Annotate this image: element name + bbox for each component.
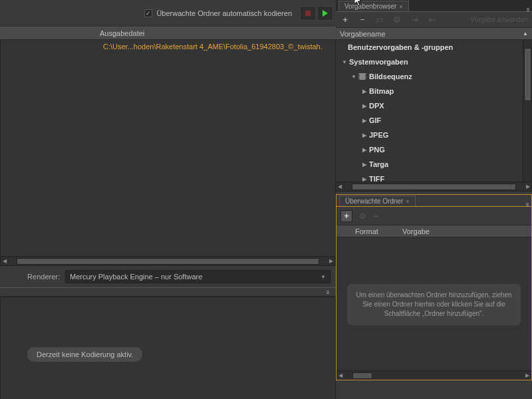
output-path-link[interactable]: C:\User...hoden\Raketenstart 4_AME\Fotol… (103, 43, 329, 51)
close-icon[interactable]: × (399, 3, 402, 10)
preset-toolbar: + − ▭ ⚙ ⇥ ⇤ Vorgabe anwenden (336, 12, 532, 28)
drop-hint-text: Um einen überwachten Ordner hinzuzufügen… (347, 284, 521, 325)
tree-label: Bildsequenz (369, 72, 412, 80)
twisty-down-icon: ▼ (350, 74, 357, 80)
queue-column-header[interactable]: Ausgabedatei (0, 27, 336, 40)
tree-label: Systemvorgaben (349, 58, 408, 66)
tree-group-bildsequenz[interactable]: ▼ Bildsequenz (336, 69, 532, 84)
preset-list-header[interactable]: Vorgabename ▲ (336, 28, 532, 40)
sort-up-icon: ▲ (523, 31, 528, 37)
scroll-thumb[interactable] (524, 48, 531, 101)
panel-menu-icon[interactable] (324, 291, 332, 294)
watched-tab-row: Überwachte Ordner × (336, 195, 531, 207)
tab-label: Vorgabenbrowser (344, 3, 396, 10)
tree-label: JPEG (369, 131, 388, 139)
encode-queue-panel: ✓ Überwachte Ordner automatisch kodieren… (0, 0, 336, 399)
watched-folders-panel: Überwachte Ordner × + ⚙ − Format Vorgabe… (336, 194, 532, 380)
queue-list[interactable]: C:\User...hoden\Raketenstart 4_AME\Fotol… (0, 40, 336, 266)
tree-label: Bitmap (369, 87, 394, 95)
preset-tab-row: Vorgabenbrowser × (336, 0, 532, 12)
scroll-left-icon[interactable]: ◀ (1, 257, 9, 265)
twisty-right-icon: ▶ (361, 118, 368, 124)
twisty-right-icon: ▶ (361, 88, 368, 94)
tree-item[interactable]: ▶PNG (336, 142, 532, 157)
tree-item[interactable]: ▶Bitmap (336, 84, 532, 98)
play-icon (323, 10, 328, 17)
settings-preset-icon[interactable]: ⚙ (392, 15, 402, 25)
col-format: Format (336, 227, 400, 235)
tree-group-system[interactable]: ▼ Systemvorgaben (336, 55, 532, 69)
scroll-thumb[interactable] (352, 372, 372, 379)
queue-h-scrollbar[interactable]: ◀ ▶ (1, 256, 335, 265)
folder-preset-icon[interactable]: ▭ (374, 15, 385, 25)
watched-h-scrollbar[interactable]: ◀ ▶ (336, 370, 531, 380)
play-button[interactable] (319, 7, 332, 19)
queue-top-bar: ✓ Überwachte Ordner automatisch kodieren (0, 0, 336, 27)
watched-columns-header[interactable]: Format Vorgabe (336, 225, 531, 237)
import-preset-icon[interactable]: ⇥ (409, 15, 420, 25)
auto-encode-label: Überwachte Ordner automatisch kodieren (156, 9, 292, 17)
film-icon (358, 73, 366, 80)
queue-row[interactable]: C:\User...hoden\Raketenstart 4_AME\Fotol… (1, 40, 335, 53)
add-preset-button[interactable]: + (340, 15, 350, 25)
tree-label: PNG (369, 146, 385, 154)
tree-item[interactable]: ▶DPX (336, 98, 532, 113)
tree-h-scrollbar[interactable]: ◀ ▶ (336, 182, 532, 191)
auto-encode-toggle[interactable]: ✓ Überwachte Ordner automatisch kodieren (144, 9, 292, 17)
add-folder-button[interactable]: + (340, 210, 352, 222)
preset-name-column: Vorgabename (340, 30, 386, 38)
renderer-label: Renderer: (5, 273, 60, 281)
status-header (0, 287, 336, 297)
scroll-right-icon[interactable]: ▶ (327, 257, 335, 265)
tree-v-scrollbar[interactable] (523, 40, 532, 182)
twisty-right-icon: ▶ (361, 103, 368, 109)
panel-menu-icon[interactable] (524, 8, 532, 11)
tree-group-user[interactable]: Benutzervorgaben & -gruppen (336, 40, 532, 55)
preset-tree[interactable]: Benutzervorgaben & -gruppen ▼ Systemvorg… (336, 40, 532, 192)
tree-label: Targa (369, 160, 388, 168)
twisty-right-icon: ▶ (361, 147, 368, 153)
watched-drop-area[interactable]: Um einen überwachten Ordner hinzuzufügen… (336, 237, 531, 380)
twisty-right-icon: ▶ (361, 132, 368, 138)
scroll-left-icon[interactable]: ◀ (336, 183, 344, 191)
status-area: Derzeit keine Kodierung aktiv. (0, 297, 336, 399)
scroll-right-icon[interactable]: ▶ (524, 183, 532, 191)
tree-item[interactable]: ▶Targa (336, 157, 532, 172)
checkbox-icon: ✓ (144, 9, 152, 17)
col-preset: Vorgabe (400, 227, 430, 235)
tree-label: Benutzervorgaben & -gruppen (348, 43, 453, 51)
status-message: Derzeit keine Kodierung aktiv. (27, 347, 142, 362)
tab-label: Überwachte Ordner (345, 198, 403, 205)
scroll-left-icon[interactable]: ◀ (336, 372, 344, 380)
close-icon[interactable]: × (406, 198, 409, 205)
scroll-right-icon[interactable]: ▶ (523, 372, 531, 380)
remove-folder-button: − (373, 211, 378, 221)
renderer-value: Mercury Playback Engine – nur Software (70, 273, 202, 281)
tree-item[interactable]: ▶JPEG (336, 128, 532, 142)
twisty-right-icon: ▶ (361, 162, 368, 168)
scroll-thumb[interactable] (352, 184, 516, 190)
remove-preset-button[interactable]: − (357, 15, 368, 25)
watched-toolbar: + ⚙ − (336, 207, 531, 225)
preset-browser-tab[interactable]: Vorgabenbrowser × (338, 1, 409, 11)
stop-button[interactable] (301, 7, 315, 19)
column-output-label: Ausgabedatei (100, 29, 144, 37)
stop-icon (305, 11, 311, 16)
right-panels: Vorgabenbrowser × + − ▭ ⚙ ⇥ ⇤ Vorgabe an… (336, 0, 532, 399)
renderer-row: Renderer: Mercury Playback Engine – nur … (0, 266, 336, 287)
renderer-dropdown[interactable]: Mercury Playback Engine – nur Software ▼ (65, 270, 331, 283)
export-preset-icon[interactable]: ⇤ (426, 15, 437, 25)
tree-item[interactable]: ▶GIF (336, 113, 532, 128)
scroll-thumb[interactable] (17, 258, 319, 265)
tree-label: DPX (369, 102, 384, 110)
tree-label: GIF (369, 116, 381, 124)
apply-preset-button[interactable]: Vorgabe anwenden (471, 16, 528, 23)
twisty-down-icon: ▼ (341, 59, 348, 65)
chevron-down-icon: ▼ (321, 274, 326, 280)
settings-icon: ⚙ (359, 211, 366, 221)
watched-folders-tab[interactable]: Überwachte Ordner × (339, 196, 416, 206)
panel-menu-icon[interactable] (523, 203, 531, 206)
